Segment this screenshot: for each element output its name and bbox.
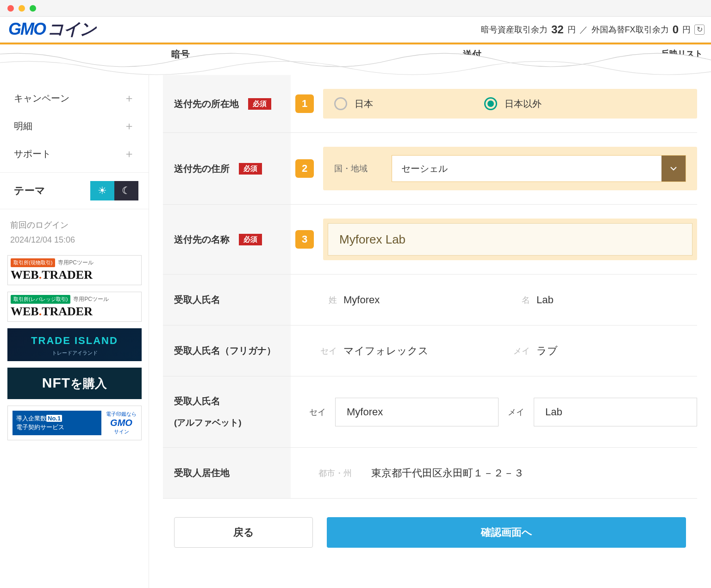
close-window-button[interactable] bbox=[7, 5, 14, 12]
sei-value: マイフォレックス bbox=[343, 344, 429, 358]
promo-webtrader-spot[interactable]: 取引所(現物取引) 専用PCツール WEB.TRADER bbox=[7, 255, 142, 285]
row-label: 送付先の名称 bbox=[174, 233, 230, 246]
last-login-label: 前回のログイン bbox=[10, 219, 138, 231]
city-sublabel: 都市・州 bbox=[318, 468, 357, 479]
required-badge: 必須 bbox=[239, 234, 262, 245]
radio-label: 日本 bbox=[355, 98, 373, 110]
mei-label: メイ bbox=[508, 407, 524, 418]
sei-value: Myforex bbox=[343, 294, 380, 306]
mei-label: 名 bbox=[511, 294, 530, 306]
mei-label: メイ bbox=[511, 345, 530, 357]
window-titlebar bbox=[0, 0, 711, 17]
form-row-recipient-furigana: 受取人氏名（フリガナ） セイ マイフォレックス メイ ラブ bbox=[163, 325, 697, 376]
fx-balance-label: 外国為替FX取引余力 bbox=[592, 24, 669, 35]
balance-bar: 暗号資産取引余力 32 円 ／ 外国為替FX取引余力 0 円 ↻ bbox=[481, 23, 705, 36]
promo-subtag: 専用PCツール bbox=[58, 259, 94, 267]
required-badge: 必須 bbox=[248, 98, 271, 110]
crypto-balance-value: 32 bbox=[551, 23, 564, 36]
sidebar: キャンペーン ＋ 明細 ＋ サポート ＋ テーマ ☀ ☾ bbox=[0, 75, 149, 588]
promo-nft[interactable]: NFTを購入 bbox=[7, 368, 142, 399]
app-header: GMO コイン 暗号資産取引余力 32 円 ／ 外国為替FX取引余力 0 円 ↻ bbox=[0, 17, 711, 43]
form-actions: 戻る 確認画面へ bbox=[163, 499, 697, 548]
theme-dark-button[interactable]: ☾ bbox=[114, 181, 138, 200]
promo-tag: 取引所(現物取引) bbox=[11, 258, 55, 267]
torn-section-divider: 暗号 送付 反映リスト bbox=[0, 43, 711, 75]
form-row-address: 送付先の住所 必須 2 国・地域 セーシェル bbox=[163, 133, 697, 205]
logo-gmo-text: GMO bbox=[8, 19, 45, 39]
radio-icon bbox=[334, 97, 347, 110]
sei-label: セイ bbox=[309, 407, 326, 418]
promo-webtrader-leverage[interactable]: 取引所(レバレッジ取引) 専用PCツール WEB.TRADER bbox=[7, 292, 142, 322]
sei-label: 姓 bbox=[318, 294, 337, 306]
refresh-icon[interactable]: ↻ bbox=[694, 25, 705, 35]
main-content: 送付先の所在地 必須 1 日本 bbox=[149, 75, 711, 588]
step-badge-1: 1 bbox=[295, 94, 314, 113]
form-row-recipient-residence: 受取人居住地 都市・州 東京都千代田区永田町１－２－３ bbox=[163, 448, 697, 499]
row-label: 送付先の所在地 bbox=[174, 98, 239, 110]
theme-switcher: テーマ ☀ ☾ bbox=[0, 172, 149, 209]
promo-title: WEB.TRADER bbox=[11, 268, 138, 282]
chevron-down-icon bbox=[661, 156, 686, 181]
promo-subtitle: トレードアイランド bbox=[10, 350, 139, 357]
sidebar-item-campaign[interactable]: キャンペーン ＋ bbox=[14, 84, 135, 112]
promo-gmo-sign[interactable]: 導入企業数No.1 電子契約サービス 電子印鑑なら GMO サイン bbox=[7, 406, 142, 440]
form-row-recipient-name: 受取人氏名 姓 Myforex 名 Lab bbox=[163, 275, 697, 325]
residence-value: 東京都千代田区永田町１－２－３ bbox=[371, 466, 524, 480]
country-select[interactable]: セーシェル bbox=[392, 155, 686, 182]
fx-balance-unit: 円 bbox=[682, 24, 691, 35]
maximize-window-button[interactable] bbox=[30, 5, 36, 12]
promo-tag: 取引所(レバレッジ取引) bbox=[11, 295, 70, 304]
sidebar-item-label: サポート bbox=[14, 148, 51, 160]
expand-icon: ＋ bbox=[124, 91, 135, 106]
row-label: 受取人氏名 bbox=[174, 395, 220, 407]
sei-label: セイ bbox=[318, 345, 337, 357]
theme-light-button[interactable]: ☀ bbox=[90, 181, 114, 200]
expand-icon: ＋ bbox=[124, 146, 135, 161]
form-row-name: 送付先の名称 必須 3 bbox=[163, 205, 697, 275]
minimize-window-button[interactable] bbox=[19, 5, 25, 12]
promo-title: TRADE ISLAND bbox=[10, 335, 139, 347]
crypto-balance-unit: 円 bbox=[568, 24, 576, 35]
sidebar-item-label: キャンペーン bbox=[14, 92, 69, 105]
step-badge-3: 3 bbox=[295, 230, 314, 249]
promo-title: NFTを購入 bbox=[10, 375, 139, 392]
brand-logo[interactable]: GMO コイン bbox=[8, 18, 96, 41]
form-row-location: 送付先の所在地 必須 1 日本 bbox=[163, 75, 697, 133]
logo-coin-text: コイン bbox=[47, 18, 96, 41]
promo-trade-island[interactable]: TRADE ISLAND トレードアイランド bbox=[7, 328, 142, 361]
expand-icon: ＋ bbox=[124, 119, 135, 133]
promo-title: WEB.TRADER bbox=[11, 305, 138, 319]
required-badge: 必須 bbox=[239, 163, 262, 175]
sidebar-item-statements[interactable]: 明細 ＋ bbox=[14, 112, 135, 140]
balance-divider: ／ bbox=[580, 24, 588, 35]
promo-right-panel: 電子印鑑なら GMO サイン bbox=[106, 411, 137, 435]
crypto-balance-label: 暗号資産取引余力 bbox=[481, 24, 548, 35]
radio-japan[interactable]: 日本 bbox=[334, 97, 373, 110]
promo-subtag: 専用PCツール bbox=[73, 295, 109, 303]
last-login-block: 前回のログイン 2024/12/04 15:06 bbox=[0, 209, 149, 250]
row-label: 受取人氏名 bbox=[174, 294, 220, 306]
row-label: 送付先の住所 bbox=[174, 163, 230, 175]
back-button[interactable]: 戻る bbox=[174, 517, 313, 548]
radio-label: 日本以外 bbox=[505, 98, 542, 110]
last-login-time: 2024/12/04 15:06 bbox=[10, 235, 138, 245]
alphabet-sei-input[interactable] bbox=[335, 398, 499, 426]
promo-left-panel: 導入企業数No.1 電子契約サービス bbox=[12, 411, 101, 435]
fx-balance-value: 0 bbox=[673, 23, 679, 36]
radio-icon bbox=[484, 97, 497, 110]
row-sublabel: (アルファベット) bbox=[174, 417, 280, 429]
form-row-recipient-alphabet: 受取人氏名 (アルファベット) セイ メイ bbox=[163, 376, 697, 448]
row-label: 受取人居住地 bbox=[174, 467, 230, 479]
row-label: 受取人氏名（フリガナ） bbox=[174, 344, 276, 357]
sidebar-item-label: 明細 bbox=[14, 120, 32, 132]
step-badge-2: 2 bbox=[295, 159, 314, 178]
mei-value: Lab bbox=[536, 294, 554, 306]
radio-other-than-japan[interactable]: 日本以外 bbox=[484, 97, 542, 110]
alphabet-mei-input[interactable] bbox=[534, 398, 697, 426]
country-select-value: セーシェル bbox=[392, 163, 661, 175]
country-sublabel: 国・地域 bbox=[334, 163, 373, 174]
confirm-button[interactable]: 確認画面へ bbox=[327, 517, 686, 548]
theme-label: テーマ bbox=[14, 184, 45, 198]
destination-name-input[interactable] bbox=[328, 223, 692, 256]
sidebar-item-support[interactable]: サポート ＋ bbox=[14, 140, 135, 168]
